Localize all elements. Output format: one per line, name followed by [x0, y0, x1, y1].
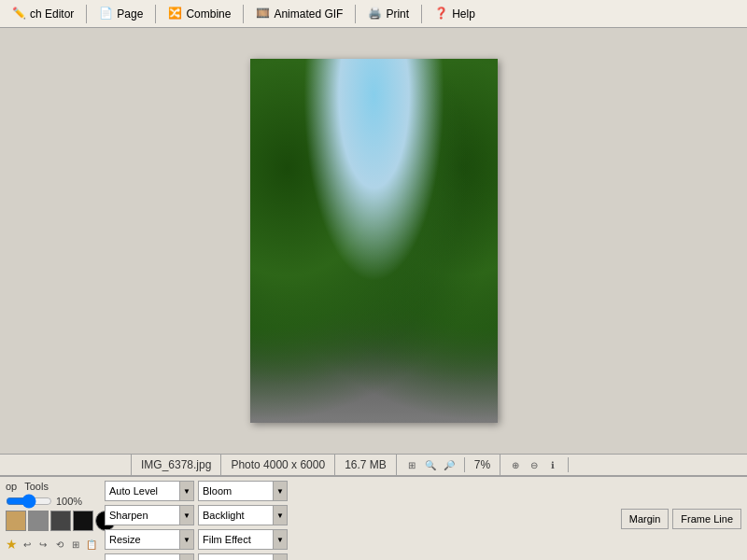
zoom-controls: ⊕ ⊖ ℹ — [500, 457, 569, 472]
print-icon: 🖨️ — [368, 7, 383, 21]
swatch-4[interactable] — [73, 511, 93, 531]
swatch-2[interactable] — [28, 511, 49, 531]
bloom-group: Bloom ▼ — [198, 481, 288, 501]
color-swatches-row — [6, 511, 99, 531]
toolbar-left: op Tools 100% ★ ↩ ↪ ⟲ ⊞ 📋 — [6, 481, 99, 556]
fit-icon[interactable]: ⊞ — [404, 457, 419, 472]
auto-level-arrow[interactable]: ▼ — [179, 481, 194, 501]
op-label: op — [6, 481, 17, 492]
menu-item-editor[interactable]: ✏️ ch Editor — [6, 4, 80, 24]
help-icon: ❓ — [434, 7, 449, 21]
undo-icon[interactable]: ↩ — [20, 535, 34, 553]
filesize-label: 16.7 MB — [345, 458, 387, 471]
resize-text: Resize — [105, 529, 179, 550]
zoom-plus-icon[interactable]: ⊕ — [508, 457, 523, 472]
menu-item-combine[interactable]: 🔀 Combine — [162, 4, 237, 24]
toolbar-middle: Auto Level ▼ Bloom ▼ Sharpen ▼ Backlight… — [105, 481, 615, 556]
menu-separator — [86, 5, 87, 23]
zoom-slider[interactable] — [6, 496, 52, 507]
filter-group: Filter ▼ — [198, 553, 288, 560]
info-icon[interactable]: ℹ — [545, 457, 560, 472]
sharpen-group: Sharpen ▼ — [105, 505, 194, 525]
menu-bar: ✏️ ch Editor 📄 Page 🔀 Combine 🎞️ Animate… — [0, 0, 747, 28]
filename-segment: IMG_6378.jpg — [131, 455, 221, 475]
star-icon[interactable]: ★ — [6, 537, 18, 552]
control-row-3: Resize ▼ Film Effect ▼ — [105, 529, 615, 550]
paste-icon[interactable]: 📋 — [85, 535, 99, 553]
backlight-arrow[interactable]: ▼ — [273, 505, 288, 525]
redo-icon[interactable]: ↪ — [35, 535, 49, 553]
menu-separator-3 — [243, 5, 244, 23]
frameline-button[interactable]: Frame Line — [672, 509, 741, 529]
sharpen-text: Sharpen — [105, 505, 179, 525]
filename-label: IMG_6378.jpg — [141, 458, 211, 471]
menu-item-page[interactable]: 📄 Page — [92, 4, 149, 24]
canvas-area — [0, 28, 747, 454]
film-effect-arrow[interactable]: ▼ — [273, 529, 288, 550]
zoom-segment: 7% — [465, 455, 500, 475]
page-icon: 📄 — [99, 7, 114, 21]
margin-button[interactable]: Margin — [621, 509, 669, 529]
combine-icon: 🔀 — [168, 7, 183, 21]
icon-btn-row: ★ ↩ ↪ ⟲ ⊞ 📋 — [6, 535, 99, 553]
undo2-icon[interactable]: ⟲ — [52, 535, 66, 553]
menu-separator-4 — [355, 5, 356, 23]
bloom-text: Bloom — [198, 481, 273, 501]
control-row-1: Auto Level ▼ Bloom ▼ — [105, 481, 615, 501]
menu-separator-5 — [421, 5, 422, 23]
tools-label: Tools — [24, 481, 49, 492]
auto-level-text: Auto Level — [105, 481, 179, 501]
dimensions-label: Photo 4000 x 6000 — [231, 458, 325, 471]
image-display — [250, 59, 498, 423]
swatch-3[interactable] — [50, 511, 71, 531]
zoom-out-icon[interactable]: 🔎 — [442, 457, 457, 472]
zoom-slider-row: 100% — [6, 496, 99, 507]
menu-item-gif[interactable]: 🎞️ Animated GIF — [249, 4, 349, 24]
bottom-toolbar: op Tools 100% ★ ↩ ↪ ⟲ ⊞ 📋 — [0, 476, 747, 560]
zoom-label: 7% — [474, 458, 490, 471]
control-row-4: Bright,Color ▼ Filter ▼ — [105, 553, 615, 560]
zoom-row: op Tools — [6, 481, 99, 492]
bloom-arrow[interactable]: ▼ — [273, 481, 288, 501]
zoom-minus-icon[interactable]: ⊖ — [527, 457, 542, 472]
resize-group: Resize ▼ — [105, 529, 194, 550]
bright-color-group: Bright,Color ▼ — [105, 553, 194, 560]
auto-level-group: Auto Level ▼ — [105, 481, 194, 501]
margin-row: Margin Frame Line — [621, 509, 741, 529]
control-row-2: Sharpen ▼ Backlight ▼ — [105, 505, 615, 525]
backlight-text: Backlight — [198, 505, 273, 525]
bright-color-text: Bright,Color — [105, 553, 179, 560]
filesize-segment: 16.7 MB — [335, 455, 397, 475]
sharpen-arrow[interactable]: ▼ — [179, 505, 194, 525]
status-icons: ⊞ 🔍 🔎 — [397, 457, 465, 472]
menu-separator-2 — [155, 5, 156, 23]
gif-icon: 🎞️ — [256, 7, 271, 21]
film-effect-group: Film Effect ▼ — [198, 529, 288, 550]
editor-icon: ✏️ — [12, 7, 27, 21]
film-effect-text: Film Effect — [198, 529, 273, 550]
bright-color-arrow[interactable]: ▼ — [179, 553, 194, 560]
toolbar-right: Margin Frame Line — [621, 481, 741, 556]
color-swatches — [6, 511, 116, 531]
menu-item-print[interactable]: 🖨️ Print — [361, 4, 416, 24]
menu-item-help[interactable]: ❓ Help — [428, 4, 482, 24]
zoom-in-icon[interactable]: 🔍 — [423, 457, 438, 472]
forest-path-image — [250, 59, 498, 423]
dimensions-segment: Photo 4000 x 6000 — [221, 455, 335, 475]
backlight-group: Backlight ▼ — [198, 505, 288, 525]
zoom-percent: 100% — [56, 496, 82, 507]
swatch-1[interactable] — [6, 511, 26, 531]
filter-text: Filter — [198, 553, 273, 560]
status-bar: IMG_6378.jpg Photo 4000 x 6000 16.7 MB ⊞… — [0, 454, 747, 476]
filter-arrow[interactable]: ▼ — [273, 553, 288, 560]
copy-icon[interactable]: ⊞ — [68, 535, 82, 553]
resize-arrow[interactable]: ▼ — [179, 529, 194, 550]
main-content — [0, 28, 747, 454]
